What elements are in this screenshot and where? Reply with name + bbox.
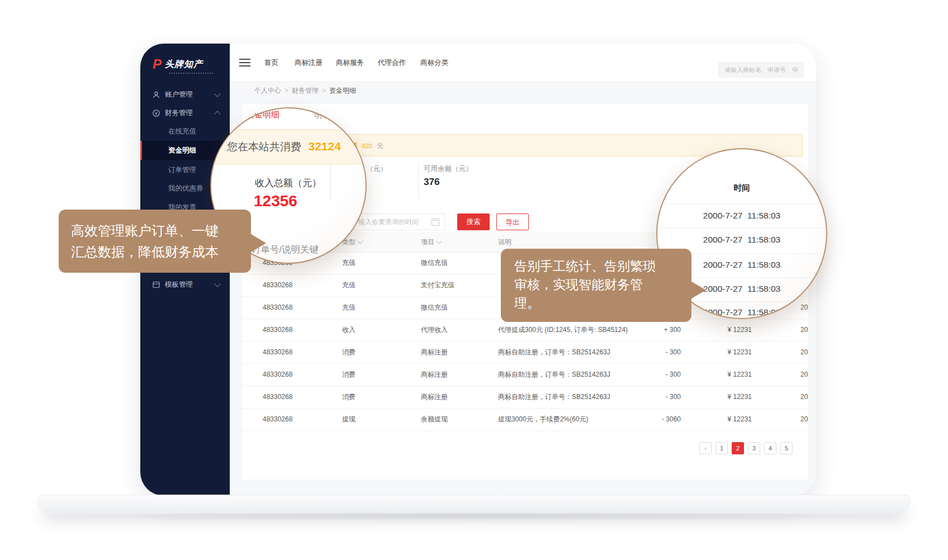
cell-balance: ¥ 12231 (696, 319, 752, 341)
brand-name: 头牌知产 (165, 59, 203, 70)
global-search-input[interactable] (719, 63, 803, 77)
nav-home[interactable]: 首页 (264, 44, 278, 82)
cell-time: 2000-7-27 11:58:03 (800, 364, 808, 386)
callout-line: 审核，实现智能财务管 (514, 276, 691, 294)
cell-amount: + 300 (625, 319, 681, 341)
cell-desc: 商标自助注册，订单号：SB2514263J (498, 341, 610, 363)
callout-pointer (690, 281, 706, 300)
lens-time-header: 时间 (657, 183, 826, 193)
sidebar-item-coupons[interactable]: 我的优惠券 (168, 181, 203, 196)
cell-project: 支付宝充值 (421, 274, 454, 296)
finance-icon (152, 109, 160, 117)
callout-line: 理。 (514, 294, 691, 312)
sidebar-item-recharge[interactable]: 在线充值 (168, 124, 196, 139)
lens-income-value: 12356 (254, 192, 297, 210)
cell-project: 余额提现 (421, 409, 448, 430)
menu-icon[interactable] (239, 59, 250, 67)
table-row: 48330268 收入 代理收入 代理提成300元 (ID:1245, 订单号:… (242, 319, 808, 341)
cell-project: 商标注册 (421, 341, 448, 363)
breadcrumb-item[interactable]: 个人中心 (254, 87, 281, 94)
breadcrumb-current: 资金明细 (329, 87, 356, 94)
cell-project: 商标注册 (421, 364, 448, 386)
cell-order-id: 48330268 (263, 409, 292, 430)
sidebar-item-label: 模板管理 (165, 280, 193, 290)
pagination-page-3[interactable]: 3 (748, 442, 760, 454)
cell-type: 充值 (342, 297, 356, 319)
cell-type: 消费 (342, 386, 356, 408)
lens-row-divider (657, 203, 826, 204)
callout-line: 告别手工统计、告别繁琐 (514, 257, 691, 276)
sidebar-item-template[interactable]: 模板管理 (140, 276, 230, 293)
cell-time: 2000-7-27 11:58:03 (800, 409, 808, 430)
table-row: 48330268 提现 余额提现 提现3000元，手续费2%(60元) - 30… (242, 409, 808, 431)
breadcrumb: 个人中心>财务管理>资金明细 (254, 82, 356, 99)
callout-line: 高效管理账户订单、一键 (71, 220, 251, 241)
cell-order-id: 48330268 (263, 319, 292, 341)
banner-unit: 元 (377, 143, 383, 149)
laptop-base (37, 495, 911, 514)
pagination-page-2[interactable]: 2 (732, 442, 744, 454)
user-icon (152, 91, 160, 99)
stat-balance-label: 可用余额（元） (424, 164, 473, 174)
cell-type: 充值 (342, 274, 356, 296)
time-query-input[interactable] (352, 214, 430, 230)
cell-balance: ¥ 12231 (696, 364, 752, 386)
sidebar-item-fund-detail[interactable]: 资金明细 (168, 143, 196, 158)
breadcrumb-item[interactable]: 财务管理 (292, 87, 319, 94)
export-button[interactable]: 导出 (496, 213, 529, 230)
stat-divider (418, 163, 419, 199)
cell-project: 代理收入 (421, 319, 448, 341)
breadcrumb-bar: 个人中心>财务管理>资金明细 (230, 82, 816, 99)
col-project-header[interactable]: 项目 (421, 232, 441, 252)
callout-line: 汇总数据，降低财务成本 (71, 241, 251, 263)
cell-order-id: 48330268 (263, 341, 292, 363)
nav-agency[interactable]: 代理合作 (378, 44, 406, 82)
cell-type: 消费 (342, 341, 356, 363)
brand-logo[interactable]: P 头牌知产 (153, 58, 203, 70)
template-icon (152, 281, 160, 289)
pagination-page-4[interactable]: 4 (764, 442, 776, 454)
cell-project: 微信充值 (421, 252, 448, 274)
calendar-icon[interactable] (432, 219, 439, 226)
cell-order-id: 48330268 (263, 274, 292, 296)
lens-income-label: 收入总额（元） (255, 177, 321, 189)
cell-desc: 代理提成300元 (ID:1245, 订单号: SB45124) (498, 319, 628, 341)
lens-banner-amount: 32124 (308, 140, 340, 153)
nav-tm-register[interactable]: 商标注册 (295, 44, 323, 82)
cell-amount: - 3060 (625, 409, 681, 430)
cell-desc: 商标自助注册，订单号：SB2514263J (498, 364, 610, 386)
pagination-prev[interactable]: ‹ (699, 442, 712, 454)
cell-amount: - 300 (625, 341, 681, 363)
sidebar-item-account[interactable]: 账户管理 (140, 86, 230, 103)
cell-time: 2000-7-27 11:58:03 (800, 386, 808, 408)
active-item-indicator (140, 141, 142, 160)
lens-time-value: 2000-7-27 11:58:03 (657, 235, 826, 245)
sort-icon (437, 239, 442, 244)
callout-smart-finance: 告别手工统计、告别繁琐 审核，实现智能财务管 理。 (501, 249, 691, 322)
cell-order-id: 48330268 (263, 386, 292, 408)
callout-pointer (249, 233, 266, 253)
sidebar-item-label: 账户管理 (165, 90, 193, 99)
sort-icon (358, 239, 363, 244)
brand-tagline (169, 73, 213, 74)
brand-mark-icon: P (153, 58, 162, 70)
sidebar-item-finance[interactable]: 财务管理 (140, 105, 230, 121)
stat-consumption-label: （元） (366, 164, 387, 174)
breadcrumb-separator: > (285, 87, 288, 94)
sidebar-item-label: 财务管理 (165, 108, 193, 118)
sidebar-item-orders[interactable]: 订单管理 (168, 163, 196, 177)
time-query-field (351, 213, 445, 230)
callout-finance-efficiency: 高效管理账户订单、一键 汇总数据，降低财务成本 (59, 210, 251, 273)
nav-tm-service[interactable]: 商标服务 (336, 44, 364, 82)
pagination-page-5[interactable]: 5 (780, 442, 793, 454)
pagination-page-1[interactable]: 1 (715, 442, 728, 454)
search-button[interactable]: 搜索 (457, 213, 490, 230)
cell-desc: 商标自助注册，订单号：SB2514263J (498, 386, 610, 408)
table-row: 48330268 消费 商标注册 商标自助注册，订单号：SB2514263J -… (242, 364, 808, 386)
cell-amount: - 300 (625, 386, 681, 408)
nav-tm-category[interactable]: 商标分类 (420, 44, 448, 82)
global-search (718, 62, 804, 78)
cell-balance: ¥ 12231 (696, 409, 752, 430)
pagination: ‹ 1 2 3 4 5 (699, 442, 793, 454)
cell-order-id: 48330268 (263, 297, 292, 319)
